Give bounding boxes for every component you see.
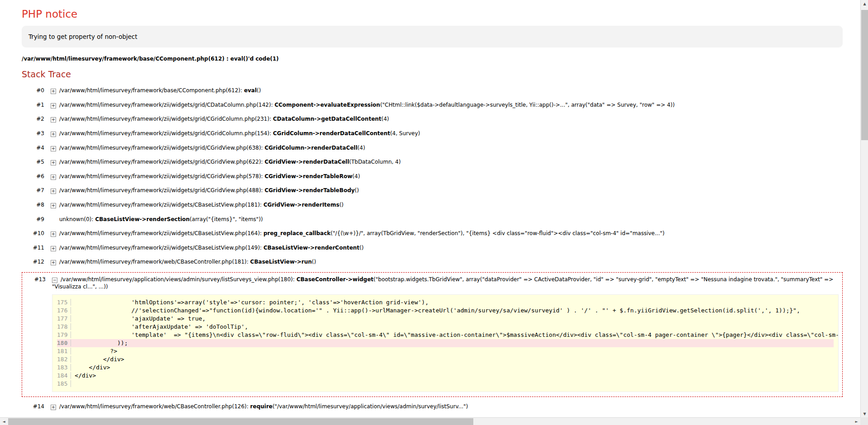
expand-toggle-icon[interactable]: + — [51, 146, 56, 151]
trace-function: CBaseListView->renderContent — [264, 245, 359, 251]
expand-toggle-icon[interactable]: + — [51, 103, 56, 109]
vertical-scrollbar[interactable]: ▲ ▼ — [860, 0, 868, 417]
trace-args: (array("{items}", "items")) — [190, 216, 263, 222]
trace-number: #12 — [24, 259, 51, 266]
trace-function: CGridView->renderTableBody — [264, 187, 354, 194]
trace-file-path: /var/www/html/limesurvey/framework/web/C… — [59, 403, 250, 410]
trace-args: () — [340, 202, 344, 208]
trace-args: (4, Survey) — [390, 130, 420, 137]
trace-content: +/var/www/html/limesurvey/framework/zii/… — [51, 230, 840, 237]
expand-toggle-icon[interactable]: − — [52, 278, 57, 283]
expand-toggle-icon[interactable]: + — [51, 160, 56, 165]
trace-content: +/var/www/html/limesurvey/framework/zii/… — [51, 130, 840, 137]
trace-number: #13 — [26, 276, 52, 393]
trace-location: +/var/www/html/limesurvey/framework/web/… — [51, 259, 840, 266]
expand-toggle-icon[interactable]: + — [51, 405, 56, 410]
trace-file-path: /var/www/html/limesurvey/framework/zii/w… — [59, 102, 274, 108]
trace-file-path: /var/www/html/limesurvey/framework/web/C… — [59, 259, 250, 265]
trace-function: CGridColumn->renderDataCellContent — [273, 130, 390, 137]
trace-file-path: /var/www/html/limesurvey/framework/base/… — [59, 87, 244, 94]
trace-number: #2 — [24, 116, 51, 123]
trace-args: () — [359, 245, 363, 251]
trace-content: +/var/www/html/limesurvey/framework/web/… — [51, 403, 840, 411]
trace-file-path: /var/www/html/limesurvey/framework/zii/w… — [59, 173, 264, 179]
trace-location: unknown(0): CBaseListView->renderSection… — [51, 216, 840, 223]
trace-file-path: /var/www/html/limesurvey/framework/zii/w… — [59, 202, 264, 208]
trace-row: #1 +/var/www/html/limesurvey/framework/z… — [22, 98, 843, 113]
source-file: /var/www/html/limesurvey/framework/base/… — [22, 56, 843, 62]
trace-content: +/var/www/html/limesurvey/framework/zii/… — [51, 173, 840, 180]
trace-file-path: /var/www/html/limesurvey/framework/zii/w… — [59, 116, 273, 122]
trace-content: +/var/www/html/limesurvey/framework/zii/… — [51, 145, 840, 152]
trace-row: #14 +/var/www/html/limesurvey/framework/… — [22, 400, 843, 414]
error-source: /var/www/html/limesurvey/framework/base/… — [22, 56, 843, 62]
trace-location: +/var/www/html/limesurvey/framework/web/… — [51, 403, 840, 411]
error-page-container: PHP notice Trying to get property of non… — [0, 0, 868, 414]
trace-row: #8 +/var/www/html/limesurvey/framework/z… — [22, 198, 843, 212]
error-message: Trying to get property of non-object — [22, 26, 843, 47]
trace-location: +/var/www/html/limesurvey/framework/zii/… — [51, 159, 840, 166]
trace-location: +/var/www/html/limesurvey/framework/zii/… — [51, 116, 840, 123]
expand-toggle-icon[interactable]: + — [51, 175, 56, 180]
trace-args: (4) — [358, 145, 365, 151]
trace-location: −/var/www/html/limesurvey/application/vi… — [52, 276, 839, 290]
expand-toggle-icon[interactable]: + — [51, 117, 56, 123]
trace-function: CGridView->renderItems — [264, 202, 340, 208]
expand-toggle-icon[interactable]: + — [51, 246, 56, 251]
expand-toggle-icon[interactable]: + — [51, 89, 56, 94]
expand-toggle-icon[interactable]: + — [51, 260, 56, 265]
trace-args: (4) — [352, 173, 360, 179]
trace-row: #7 +/var/www/html/limesurvey/framework/z… — [22, 184, 843, 198]
scroll-down-icon[interactable]: ▼ — [861, 410, 868, 417]
trace-number: #0 — [24, 87, 51, 94]
expand-toggle-icon[interactable]: + — [51, 189, 56, 194]
expand-toggle-icon[interactable]: + — [51, 203, 56, 208]
expand-toggle-icon[interactable]: + — [51, 231, 56, 237]
trace-function: CGridView->renderDataCell — [264, 159, 349, 165]
trace-args: () — [257, 87, 261, 94]
trace-location: +/var/www/html/limesurvey/framework/zii/… — [51, 245, 840, 252]
trace-location: +/var/www/html/limesurvey/framework/zii/… — [51, 102, 840, 109]
horizontal-scrollbar[interactable]: ◄ ► — [0, 417, 860, 425]
trace-function: CBaseListView->run — [250, 259, 311, 265]
trace-row: #10 +/var/www/html/limesurvey/framework/… — [22, 227, 843, 241]
trace-content: +/var/www/html/limesurvey/framework/zii/… — [51, 159, 840, 166]
trace-file-path: /var/www/html/limesurvey/framework/zii/w… — [59, 230, 264, 236]
trace-args: ("/var/www/html/limesurvey/application/v… — [273, 403, 468, 410]
trace-number: #6 — [24, 173, 51, 180]
trace-number: #11 — [24, 245, 51, 252]
trace-file-path: /var/www/html/limesurvey/application/vie… — [61, 276, 297, 283]
horizontal-scroll-thumb[interactable] — [8, 418, 473, 425]
trace-location: +/var/www/html/limesurvey/framework/base… — [51, 87, 840, 94]
source-code-block: 175 'htmlOptions'=>array('style'=>'curso… — [52, 294, 839, 392]
trace-args: ("/{(\w+)}/", array(TbGridView, "renderS… — [330, 230, 665, 236]
trace-file-path: unknown(0): — [59, 216, 95, 222]
trace-row: #5 +/var/www/html/limesurvey/framework/z… — [22, 155, 843, 170]
expand-toggle-icon[interactable]: + — [51, 132, 56, 137]
stack-trace-section: Stack Trace #0 +/var/www/html/limesurvey… — [22, 69, 843, 414]
trace-number: #9 — [24, 216, 51, 223]
trace-content: +/var/www/html/limesurvey/framework/zii/… — [51, 202, 840, 209]
page-title: PHP notice — [22, 8, 843, 20]
stack-trace-heading: Stack Trace — [22, 69, 843, 79]
trace-number: #5 — [24, 159, 51, 166]
trace-number: #4 — [24, 145, 51, 152]
scroll-up-icon[interactable]: ▲ — [861, 0, 868, 7]
scrollbar-corner — [860, 417, 868, 425]
trace-number: #1 — [24, 102, 51, 109]
trace-row: #11 +/var/www/html/limesurvey/framework/… — [22, 241, 843, 255]
trace-number: #10 — [24, 230, 51, 237]
vertical-scroll-thumb[interactable] — [861, 10, 868, 140]
trace-number: #7 — [24, 187, 51, 194]
trace-row: #3 +/var/www/html/limesurvey/framework/z… — [22, 127, 843, 141]
trace-row: #6 +/var/www/html/limesurvey/framework/z… — [22, 170, 843, 184]
source-code: 175 'htmlOptions'=>array('style'=>'curso… — [52, 294, 839, 392]
scroll-left-icon[interactable]: ◄ — [0, 418, 8, 425]
trace-args: (TbDataColumn, 4) — [349, 159, 401, 165]
scroll-right-icon[interactable]: ► — [853, 418, 860, 425]
trace-number: #14 — [24, 403, 51, 411]
trace-location: +/var/www/html/limesurvey/framework/zii/… — [51, 145, 840, 152]
php-error-page: { "page": { "title": "PHP notice", "erro… — [0, 0, 868, 425]
trace-content: +/var/www/html/limesurvey/framework/zii/… — [51, 245, 840, 252]
trace-content: +/var/www/html/limesurvey/framework/zii/… — [51, 116, 840, 123]
